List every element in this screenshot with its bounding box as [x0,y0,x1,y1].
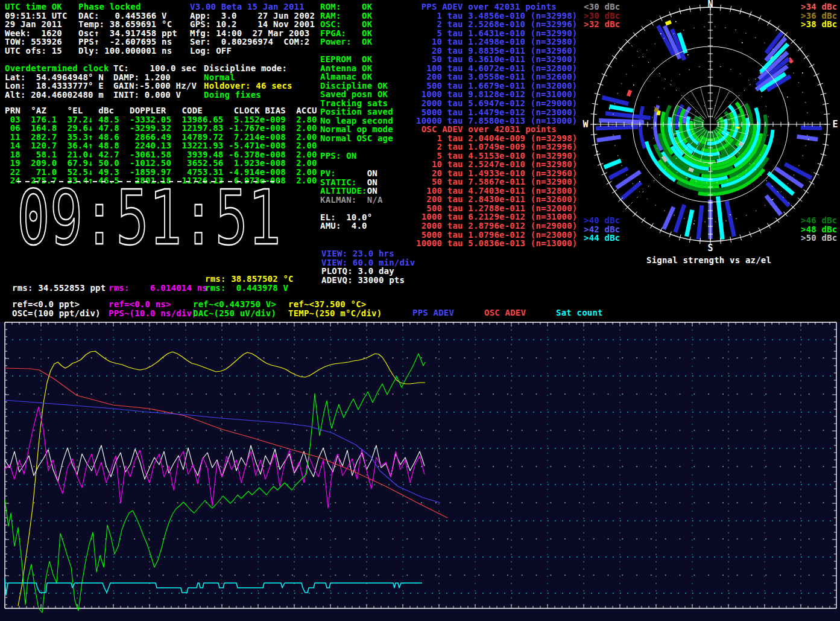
version-info: V3.00 Beta 15 Jan 2011App: 3.0 27 Jun 20… [190,2,315,55]
azimuth-tick [720,5,721,11]
signal-spoke [797,136,818,139]
star-dot [597,151,598,152]
azimuth-tick [651,21,654,26]
ref-temp: ref~<37.500 °C>TEMP~(250 m°C/div) [288,300,382,317]
discipline-block-line-1: Normal [204,73,292,82]
legend-pps-adev-line-0: PPS ADEV [412,308,454,317]
pps-adev-table-line-8: 200 tau 3.0558e-011 (n=32600) [416,72,578,81]
gps-status: EEPROM OKAntenna OKAlmanac OKDiscipline … [320,55,393,231]
device-status-line-4: Power: OK [320,37,372,46]
pps-adev-table-line-7: 100 tau 4.6072e-011 (n=32800) [416,64,578,73]
version-info-line-1: App: 3.0 27 Jun 2002 [190,11,315,21]
legend-sat-count-line-0: Sat count [556,308,603,317]
gps-status-line-12 [320,161,393,170]
azimuth-tick [612,189,617,193]
pps-adev-table-line-0: PPS ADEV over 42031 points [416,2,578,11]
legend-pps-adev: PPS ADEV [412,308,454,317]
azimuth-tick [607,65,612,68]
ref-pps-line-0: ref=<0.0 ns> [109,300,197,309]
gps-status-line-8: Normal op mode [320,125,393,134]
signal-band [655,108,657,112]
sat-table-line-0: PRN °AZ °EL dBc DOPPLER CODE CLOCK BIAS … [5,106,317,115]
loop-params-block: TC: 100.0 secDAMP: 1.200GAIN:-5.000 Hz/V… [113,64,197,99]
azimuth-tick [775,218,779,223]
star-dot [660,33,662,34]
utc-status-line-4: TOW: 553926 [5,37,68,46]
osc-adev-table-line-9: 500 tau 1.2788e-011 (n=32000) [416,204,578,213]
legend-osc-adev: OSC ADEV [484,308,526,317]
gps-status-line-1: Antenna OK [320,64,393,73]
star-dot [772,199,773,200]
phase-status-line-5: Dly: 100.000001 ns [78,46,177,56]
sat-table-line-5: 18 58.1 21.0↓ 42.7 -3061.58 3939.48 -6.3… [5,150,317,159]
loop-params-block-line-3: INIT: 0.000 V [113,91,197,100]
star-dot [787,97,788,98]
compass-north-label: N [707,0,713,10]
position-block-line-3: Alt: 204.46002480 m [5,91,109,100]
pps-adev-table-line-3: 5 tau 1.6431e-010 (n=32990) [416,29,578,38]
minor-radial [701,88,709,117]
rms-pps-line-0: rms: 6.014014 ns [109,284,207,293]
signal-spoke [698,205,702,240]
star-dot [687,54,689,56]
compass-south-label: S [707,243,713,253]
gps-status-line-5: Tracking sats [320,99,393,108]
discipline-block-line-2: Holdover: 46 secs [204,81,292,91]
ref-osc: ref=<0.0 ppt>OSC=(100 ppt/div) [12,300,101,317]
azimuth-tick [591,114,597,115]
azimuth-tick [612,56,617,59]
signal-spoke [801,127,822,128]
osc-adev-table-line-10: 1000 tau 6.2129e-012 (n=31000) [416,212,578,221]
pps-adev-table: PPS ADEV over 42031 points 1 tau 3.4856e… [416,2,578,126]
osc-adev-table-line-6: 50 tau 7.5867e-011 (n=32900) [416,177,578,186]
phase-status-line-1: DAC: 0.445366 V [78,11,177,21]
signal-spoke [675,205,684,232]
utc-status-line-1: 09:51:51 UTC [5,11,68,21]
signal-spoke [609,168,628,178]
osc-adev-table-line-7: 100 tau 4.7403e-011 (n=32800) [416,186,578,196]
osc-adev-table-line-1: 1 tau 2.0404e-009 (n=32998) [416,134,578,143]
rms-temp-line-0: rms: 38.857502 °C [205,275,294,284]
star-dot [633,84,634,86]
ref-pps-line-1: PPS~(10.0 ns/div) [109,309,197,318]
ref-pps: ref=<0.0 ns>PPS~(10.0 ns/div) [109,300,197,317]
signal-spoke [727,201,734,237]
device-status: ROM: OKRAM: OKOSC: OKFPGA: OKPower: OK [320,2,372,46]
utc-status-line-2: 29 Jan 2011 [5,20,68,29]
legend-sat-count: Sat count [556,308,603,317]
gps-status-line-19: AMU: 4.0 [320,221,393,231]
phase-status: Phase lockedDAC: 0.445366 VTemp: 38.6596… [78,2,177,55]
compass-west-label: W [583,119,589,130]
phase-status-line-0: Phase locked [78,2,177,11]
clock-time-text: 09:51:51 [17,180,281,252]
sat-table-line-2: 06 164.8 29.6↓ 47.8 -3299.32 12197.83 -1… [5,124,317,133]
pps-adev-table-line-4: 10 tau 1.2498e-010 (n=32980) [416,37,578,46]
signal-band [658,110,659,115]
signal-band [640,106,645,148]
version-info-line-3: Mfg: 14:00 27 Mar 2003 [190,29,315,38]
rms-osc-line-0: rms: 34.552853 ppt [12,284,106,293]
utc-status-line-0: UTC time OK [5,2,68,11]
gps-status-line-10 [320,142,393,151]
star-dot [808,139,809,140]
device-status-line-1: RAM: OK [320,11,372,21]
signal-spoke [596,127,638,128]
polar-azel-plot: NSWE [573,0,840,272]
signal-band [628,91,631,96]
digital-clock: 09:51:51 [12,180,289,252]
ref-dac-line-1: DAC~(250 uV/div) [193,309,276,318]
pps-adev-table-line-6: 50 tau 6.3610e-011 (n=32900) [416,55,578,64]
gps-status-line-6: Position saved [320,107,393,116]
pps-adev-table-line-11: 2000 tau 5.6947e-012 (n=29000) [416,99,578,108]
minor-radial [712,88,720,117]
star-dot [802,72,803,74]
loop-params-block-line-2: GAIN:-5.000 Hz/V [113,81,197,91]
osc-adev-table-line-3: 5 tau 4.5153e-010 (n=32990) [416,151,578,161]
star-dot [742,42,743,43]
strip-chart [0,322,840,621]
signal-spoke [599,121,644,123]
phase-status-line-4: PPS↑ -2.607695 ns [78,37,177,46]
star-dot [730,214,731,215]
signal-spoke [597,137,621,141]
phase-status-line-2: Temp: 38.659691 °C [78,20,177,29]
